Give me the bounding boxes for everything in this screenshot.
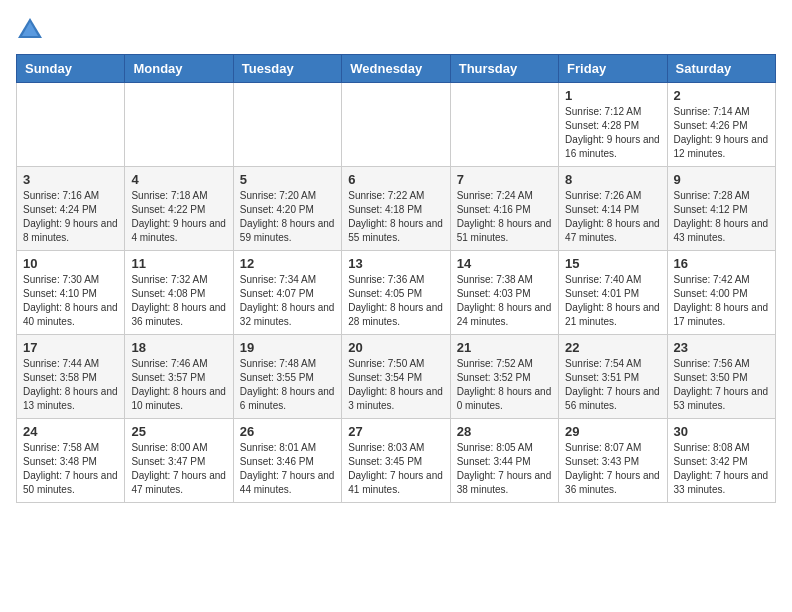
day-info: Sunrise: 8:01 AM Sunset: 3:46 PM Dayligh… xyxy=(240,441,335,497)
calendar-cell xyxy=(17,83,125,167)
calendar-header-row: SundayMondayTuesdayWednesdayThursdayFrid… xyxy=(17,55,776,83)
day-info: Sunrise: 7:12 AM Sunset: 4:28 PM Dayligh… xyxy=(565,105,660,161)
day-info: Sunrise: 7:48 AM Sunset: 3:55 PM Dayligh… xyxy=(240,357,335,413)
calendar-weekday-header: Wednesday xyxy=(342,55,450,83)
day-number: 5 xyxy=(240,172,335,187)
day-number: 25 xyxy=(131,424,226,439)
calendar-cell: 21Sunrise: 7:52 AM Sunset: 3:52 PM Dayli… xyxy=(450,335,558,419)
calendar-cell: 23Sunrise: 7:56 AM Sunset: 3:50 PM Dayli… xyxy=(667,335,775,419)
calendar-weekday-header: Thursday xyxy=(450,55,558,83)
calendar-cell: 11Sunrise: 7:32 AM Sunset: 4:08 PM Dayli… xyxy=(125,251,233,335)
day-info: Sunrise: 8:00 AM Sunset: 3:47 PM Dayligh… xyxy=(131,441,226,497)
calendar-week-row: 3Sunrise: 7:16 AM Sunset: 4:24 PM Daylig… xyxy=(17,167,776,251)
calendar-cell: 29Sunrise: 8:07 AM Sunset: 3:43 PM Dayli… xyxy=(559,419,667,503)
calendar-table: SundayMondayTuesdayWednesdayThursdayFrid… xyxy=(16,54,776,503)
calendar-weekday-header: Saturday xyxy=(667,55,775,83)
calendar-cell: 22Sunrise: 7:54 AM Sunset: 3:51 PM Dayli… xyxy=(559,335,667,419)
day-info: Sunrise: 7:38 AM Sunset: 4:03 PM Dayligh… xyxy=(457,273,552,329)
day-info: Sunrise: 7:22 AM Sunset: 4:18 PM Dayligh… xyxy=(348,189,443,245)
day-info: Sunrise: 7:56 AM Sunset: 3:50 PM Dayligh… xyxy=(674,357,769,413)
day-info: Sunrise: 7:46 AM Sunset: 3:57 PM Dayligh… xyxy=(131,357,226,413)
calendar-cell: 24Sunrise: 7:58 AM Sunset: 3:48 PM Dayli… xyxy=(17,419,125,503)
day-number: 1 xyxy=(565,88,660,103)
day-info: Sunrise: 7:26 AM Sunset: 4:14 PM Dayligh… xyxy=(565,189,660,245)
day-info: Sunrise: 7:40 AM Sunset: 4:01 PM Dayligh… xyxy=(565,273,660,329)
calendar-weekday-header: Sunday xyxy=(17,55,125,83)
calendar-weekday-header: Monday xyxy=(125,55,233,83)
day-number: 30 xyxy=(674,424,769,439)
calendar-cell: 9Sunrise: 7:28 AM Sunset: 4:12 PM Daylig… xyxy=(667,167,775,251)
day-info: Sunrise: 7:52 AM Sunset: 3:52 PM Dayligh… xyxy=(457,357,552,413)
calendar-week-row: 17Sunrise: 7:44 AM Sunset: 3:58 PM Dayli… xyxy=(17,335,776,419)
day-number: 28 xyxy=(457,424,552,439)
calendar-cell: 14Sunrise: 7:38 AM Sunset: 4:03 PM Dayli… xyxy=(450,251,558,335)
calendar-cell: 7Sunrise: 7:24 AM Sunset: 4:16 PM Daylig… xyxy=(450,167,558,251)
calendar-cell: 28Sunrise: 8:05 AM Sunset: 3:44 PM Dayli… xyxy=(450,419,558,503)
day-info: Sunrise: 7:58 AM Sunset: 3:48 PM Dayligh… xyxy=(23,441,118,497)
calendar-cell: 16Sunrise: 7:42 AM Sunset: 4:00 PM Dayli… xyxy=(667,251,775,335)
calendar-week-row: 10Sunrise: 7:30 AM Sunset: 4:10 PM Dayli… xyxy=(17,251,776,335)
calendar-cell: 6Sunrise: 7:22 AM Sunset: 4:18 PM Daylig… xyxy=(342,167,450,251)
logo-icon xyxy=(16,16,44,44)
calendar-cell: 25Sunrise: 8:00 AM Sunset: 3:47 PM Dayli… xyxy=(125,419,233,503)
calendar-cell: 26Sunrise: 8:01 AM Sunset: 3:46 PM Dayli… xyxy=(233,419,341,503)
day-info: Sunrise: 7:50 AM Sunset: 3:54 PM Dayligh… xyxy=(348,357,443,413)
calendar-cell: 17Sunrise: 7:44 AM Sunset: 3:58 PM Dayli… xyxy=(17,335,125,419)
page-header xyxy=(16,16,776,44)
day-info: Sunrise: 7:42 AM Sunset: 4:00 PM Dayligh… xyxy=(674,273,769,329)
day-info: Sunrise: 7:16 AM Sunset: 4:24 PM Dayligh… xyxy=(23,189,118,245)
day-number: 22 xyxy=(565,340,660,355)
day-info: Sunrise: 7:30 AM Sunset: 4:10 PM Dayligh… xyxy=(23,273,118,329)
day-number: 7 xyxy=(457,172,552,187)
calendar-cell xyxy=(450,83,558,167)
calendar-cell: 30Sunrise: 8:08 AM Sunset: 3:42 PM Dayli… xyxy=(667,419,775,503)
day-info: Sunrise: 7:44 AM Sunset: 3:58 PM Dayligh… xyxy=(23,357,118,413)
day-number: 2 xyxy=(674,88,769,103)
calendar-cell: 12Sunrise: 7:34 AM Sunset: 4:07 PM Dayli… xyxy=(233,251,341,335)
day-number: 29 xyxy=(565,424,660,439)
day-number: 9 xyxy=(674,172,769,187)
calendar-cell: 13Sunrise: 7:36 AM Sunset: 4:05 PM Dayli… xyxy=(342,251,450,335)
day-info: Sunrise: 7:28 AM Sunset: 4:12 PM Dayligh… xyxy=(674,189,769,245)
calendar-cell: 5Sunrise: 7:20 AM Sunset: 4:20 PM Daylig… xyxy=(233,167,341,251)
logo xyxy=(16,16,48,44)
day-info: Sunrise: 7:32 AM Sunset: 4:08 PM Dayligh… xyxy=(131,273,226,329)
day-info: Sunrise: 8:07 AM Sunset: 3:43 PM Dayligh… xyxy=(565,441,660,497)
day-number: 16 xyxy=(674,256,769,271)
calendar-week-row: 1Sunrise: 7:12 AM Sunset: 4:28 PM Daylig… xyxy=(17,83,776,167)
calendar-cell: 20Sunrise: 7:50 AM Sunset: 3:54 PM Dayli… xyxy=(342,335,450,419)
calendar-cell: 18Sunrise: 7:46 AM Sunset: 3:57 PM Dayli… xyxy=(125,335,233,419)
day-number: 17 xyxy=(23,340,118,355)
day-number: 26 xyxy=(240,424,335,439)
day-number: 27 xyxy=(348,424,443,439)
day-number: 24 xyxy=(23,424,118,439)
day-info: Sunrise: 7:20 AM Sunset: 4:20 PM Dayligh… xyxy=(240,189,335,245)
calendar-weekday-header: Friday xyxy=(559,55,667,83)
day-info: Sunrise: 7:36 AM Sunset: 4:05 PM Dayligh… xyxy=(348,273,443,329)
day-info: Sunrise: 7:34 AM Sunset: 4:07 PM Dayligh… xyxy=(240,273,335,329)
day-info: Sunrise: 8:05 AM Sunset: 3:44 PM Dayligh… xyxy=(457,441,552,497)
day-info: Sunrise: 7:54 AM Sunset: 3:51 PM Dayligh… xyxy=(565,357,660,413)
day-number: 14 xyxy=(457,256,552,271)
calendar-cell: 3Sunrise: 7:16 AM Sunset: 4:24 PM Daylig… xyxy=(17,167,125,251)
calendar-cell xyxy=(342,83,450,167)
day-info: Sunrise: 7:24 AM Sunset: 4:16 PM Dayligh… xyxy=(457,189,552,245)
day-info: Sunrise: 7:14 AM Sunset: 4:26 PM Dayligh… xyxy=(674,105,769,161)
calendar-cell xyxy=(233,83,341,167)
day-info: Sunrise: 7:18 AM Sunset: 4:22 PM Dayligh… xyxy=(131,189,226,245)
day-number: 23 xyxy=(674,340,769,355)
day-number: 20 xyxy=(348,340,443,355)
day-info: Sunrise: 8:03 AM Sunset: 3:45 PM Dayligh… xyxy=(348,441,443,497)
calendar-cell xyxy=(125,83,233,167)
calendar-cell: 4Sunrise: 7:18 AM Sunset: 4:22 PM Daylig… xyxy=(125,167,233,251)
calendar-cell: 27Sunrise: 8:03 AM Sunset: 3:45 PM Dayli… xyxy=(342,419,450,503)
day-number: 13 xyxy=(348,256,443,271)
day-number: 12 xyxy=(240,256,335,271)
day-number: 11 xyxy=(131,256,226,271)
day-number: 3 xyxy=(23,172,118,187)
day-number: 6 xyxy=(348,172,443,187)
calendar-cell: 1Sunrise: 7:12 AM Sunset: 4:28 PM Daylig… xyxy=(559,83,667,167)
day-number: 18 xyxy=(131,340,226,355)
day-number: 4 xyxy=(131,172,226,187)
calendar-cell: 8Sunrise: 7:26 AM Sunset: 4:14 PM Daylig… xyxy=(559,167,667,251)
